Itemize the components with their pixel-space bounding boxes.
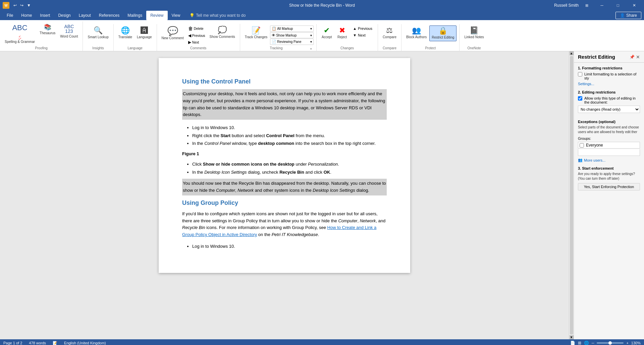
zoom-plus[interactable]: + [626,341,628,345]
maximize-button[interactable]: □ [611,0,625,11]
scrollbar-down[interactable]: ▼ [570,335,574,339]
exceptions-title: Exceptions (optional) [578,120,640,124]
scrollbar-up[interactable]: ▲ [570,51,574,55]
menu-review[interactable]: Review [146,11,167,20]
new-comment-button[interactable]: 💬 New Comment [160,25,186,42]
reviewing-pane-icon: 📄 [272,40,276,44]
menu-references[interactable]: References [95,11,123,20]
document-area[interactable]: Using the Control Panel Customizing your… [0,51,569,339]
zoom-minus[interactable]: ─ [592,341,594,345]
comment-actions: 🗑 Delete ◀ Previous ▶ Next [186,25,207,45]
accept-button[interactable]: ✔ Accept [319,25,334,41]
ribbon-group-changes: ✔ Accept ✖ Reject ▲ Previous ▼ Next Chan… [317,24,378,51]
more-users-link[interactable]: 👥 More users... [578,158,640,162]
share-button[interactable]: 👤 Share [615,12,641,19]
ribbon-group-comments: 💬 New Comment 🗑 Delete ◀ Previous ▶ Next [157,24,240,51]
restrict-close-button[interactable]: ✕ [636,54,640,60]
list-item: In the Control Panel window, type deskto… [192,139,387,147]
menu-mailings[interactable]: Mailings [123,11,146,20]
word-count-button[interactable]: ABC123 Word Count [58,23,80,40]
enforcement-section: 3. Start enforcement Are you ready to ap… [578,166,640,190]
all-markup-dropdown[interactable]: 📋 All Markup ▾ [270,25,314,32]
protect-buttons: 👥 Block Authors 🔒 Restrict Editing [404,24,457,45]
reject-button[interactable]: ✖ Reject [335,25,350,41]
thesaurus-button[interactable]: 📚 Thesaurus [38,23,57,37]
start-enforcing-button[interactable]: Yes, Start Enforcing Protection [578,183,640,190]
title-bar-left: W ↩ ↪ ▼ [3,2,32,9]
settings-link[interactable]: Settings... [578,82,594,86]
show-markup-dropdown[interactable]: 👁 Show Markup ▾ [270,32,314,38]
next-change-icon: ▼ [353,33,357,37]
word-count-icon: ABC123 [64,24,74,34]
quick-access-dropdown[interactable]: ▼ [25,2,32,9]
track-changes-button[interactable]: 📝 Track Changes [243,25,269,41]
reviewing-pane-dropdown[interactable]: 📄 Reviewing Pane ▾ [270,39,314,45]
restrict-pin-button[interactable]: 📌 [630,54,635,60]
onenote-buttons: 📓 Linked Notes [462,24,486,45]
linked-notes-button[interactable]: 📓 Linked Notes [462,25,486,41]
previous-change-button[interactable]: ▲ Previous [350,25,375,32]
undo-button[interactable]: ↩ [12,2,18,9]
tell-me-input[interactable]: Tell me what you want to do [196,13,246,18]
translate-button[interactable]: 🌐 Translate [116,25,134,41]
editing-checkbox[interactable] [578,96,582,101]
menu-file[interactable]: File [3,11,17,20]
list-item: Click Show or hide common icons on the d… [192,160,387,168]
bullets-list-3: Log in to Windows 10. [192,242,387,250]
next-change-button[interactable]: ▼ Next [350,32,375,38]
restrict-editing-icon: 🔒 [438,27,447,35]
formatting-restrictions-title: 1. Formatting restrictions [578,66,640,70]
menu-layout[interactable]: Layout [75,11,95,20]
restrict-panel-body: 1. Formatting restrictions Limit formatt… [574,63,644,198]
language-label: Language [116,45,154,51]
everyone-checkbox[interactable] [580,143,584,148]
minimize-button[interactable]: ─ [595,0,609,11]
document-title: Show or hide the Recycle Bin - Word [289,3,355,8]
close-button[interactable]: ✕ [627,0,641,11]
view-web-button[interactable]: 🌐 [584,341,589,345]
layout-button[interactable]: ⊞ [581,2,592,9]
compare-button[interactable]: ⚖ Compare [381,25,398,41]
status-right: 📄 ⊞ 🌐 ─ + 130% [570,341,641,345]
doc-scrollbar[interactable]: ▲ ▼ [569,51,574,339]
list-item: Log in to Windows 10. [192,242,387,250]
dropdown-chevron: ▾ [310,27,312,31]
smart-lookup-button[interactable]: 🔍 Smart Lookup [86,25,110,41]
restrict-editing-button[interactable]: 🔒 Restrict Editing [429,25,457,41]
language-button[interactable]: 🅰 Language [135,25,154,41]
figure-label: Figure 1 [182,151,387,156]
zoom-slider[interactable] [597,342,624,344]
view-print-button[interactable]: ⊞ [578,341,581,345]
menu-insert[interactable]: Insert [36,11,54,20]
editing-type-dropdown[interactable]: No changes (Read only) [578,106,640,113]
more-users-icon: 👥 [578,158,583,162]
language: English (United Kingdom) [64,341,106,345]
next-comment-button[interactable]: ▶ Next [186,39,207,45]
proofing-label: Proofing [3,45,80,51]
menu-home[interactable]: Home [17,11,36,20]
ribbon: ABC✓ Spelling & Grammar 📚 Thesaurus ABC1… [0,20,644,51]
tracking-expand-icon[interactable]: ⌄ [310,46,314,50]
translate-icon: 🌐 [121,27,130,34]
block-authors-button[interactable]: 👥 Block Authors [404,25,429,41]
exceptions-section: Exceptions (optional) Select parts of th… [578,120,640,162]
spelling-grammar-button[interactable]: ABC✓ Spelling & Grammar [3,23,37,45]
spelling-icon: ABC✓ [12,24,27,39]
new-comment-icon: 💬 [167,26,178,35]
menu-view[interactable]: View [168,11,184,20]
user-name: Russell Smith [554,3,579,8]
para-group-policy: If you'd like to configure which system … [182,211,387,238]
delete-comment-button[interactable]: 🗑 Delete [186,25,207,32]
show-comments-button[interactable]: 💭 Show Comments [208,25,237,40]
redo-button[interactable]: ↪ [19,2,25,9]
formatting-checkbox[interactable] [578,72,582,76]
previous-comment-button[interactable]: ◀ Previous [186,33,207,39]
editing-restrictions-section: 2. Editing restrictions Allow only this … [578,90,640,116]
linked-notes-icon: 📓 [470,27,479,34]
compare-label: Compare [381,45,398,51]
scrollbar-thumb[interactable] [570,56,573,335]
menu-bar: File Home Insert Design Layout Reference… [0,11,644,20]
menu-design[interactable]: Design [54,11,74,20]
view-read-button[interactable]: 📄 [570,341,575,345]
everyone-label: Everyone [586,143,603,148]
